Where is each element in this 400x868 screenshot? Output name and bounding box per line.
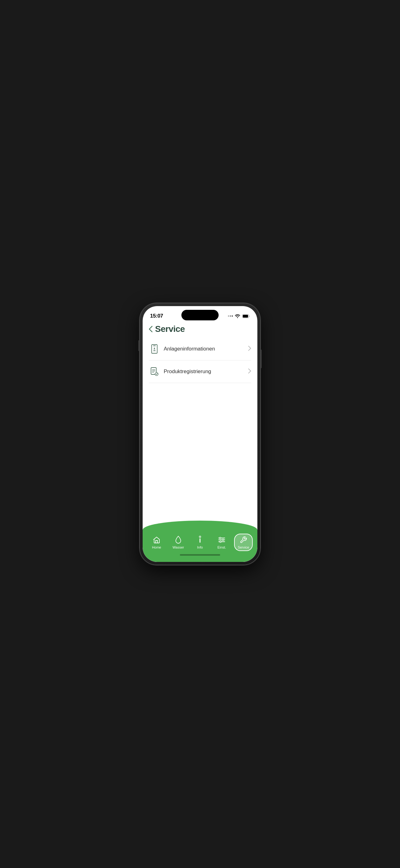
- svg-point-13: [222, 539, 224, 541]
- settings-icon: [218, 535, 226, 544]
- menu-item-produktregistrierung[interactable]: Produktregistrierung: [149, 361, 251, 383]
- svg-point-4: [154, 348, 155, 349]
- info-device-icon: [149, 343, 160, 354]
- water-icon: [174, 535, 182, 544]
- chevron-right-icon-produktregistrierung: [248, 369, 251, 375]
- battery-icon: [242, 314, 250, 318]
- wrench-icon: [239, 535, 248, 544]
- home-icon: [152, 535, 161, 544]
- nav-label-einst: Einst.: [218, 546, 226, 549]
- wifi-icon: [235, 314, 240, 318]
- nav-item-einst[interactable]: Einst.: [212, 534, 231, 550]
- nav-label-service: Service: [238, 546, 249, 549]
- page-title: Service: [155, 324, 185, 334]
- signal-icon: [228, 315, 233, 317]
- register-icon: [149, 366, 160, 377]
- svg-rect-3: [153, 345, 156, 346]
- menu-label-produktregistrierung: Produktregistrierung: [164, 369, 248, 375]
- status-icons: [228, 314, 250, 318]
- nav-curve: [143, 521, 257, 530]
- nav-label-wasser: Wasser: [173, 546, 184, 549]
- svg-rect-1: [243, 315, 248, 318]
- dynamic-island: [181, 310, 219, 320]
- nav-item-info[interactable]: Info: [191, 534, 209, 550]
- nav-item-home[interactable]: Home: [147, 534, 166, 550]
- nav-label-info: Info: [197, 546, 203, 549]
- svg-point-14: [220, 541, 222, 542]
- chevron-right-icon-anlageninformationen: [248, 346, 251, 352]
- page-header: Service: [143, 321, 257, 338]
- svg-rect-8: [200, 538, 201, 542]
- nav-item-wasser[interactable]: Wasser: [169, 534, 188, 550]
- nav-items: Home Wasser: [143, 530, 257, 551]
- bottom-nav: Home Wasser: [143, 521, 257, 562]
- content-area: Anlageninformationen: [143, 338, 257, 521]
- info-icon: [196, 535, 204, 544]
- back-button[interactable]: [149, 326, 153, 332]
- menu-item-anlageninformationen[interactable]: Anlageninformationen: [149, 338, 251, 361]
- svg-point-7: [199, 536, 201, 538]
- phone-frame: 15:07: [139, 303, 261, 565]
- svg-point-12: [220, 537, 221, 539]
- status-time: 15:07: [150, 313, 163, 319]
- phone-screen: 15:07: [143, 306, 257, 562]
- menu-label-anlageninformationen: Anlageninformationen: [164, 346, 248, 352]
- nav-item-service[interactable]: Service: [234, 534, 253, 551]
- home-indicator: [180, 554, 220, 556]
- nav-label-home: Home: [152, 546, 161, 549]
- menu-list: Anlageninformationen: [143, 338, 257, 383]
